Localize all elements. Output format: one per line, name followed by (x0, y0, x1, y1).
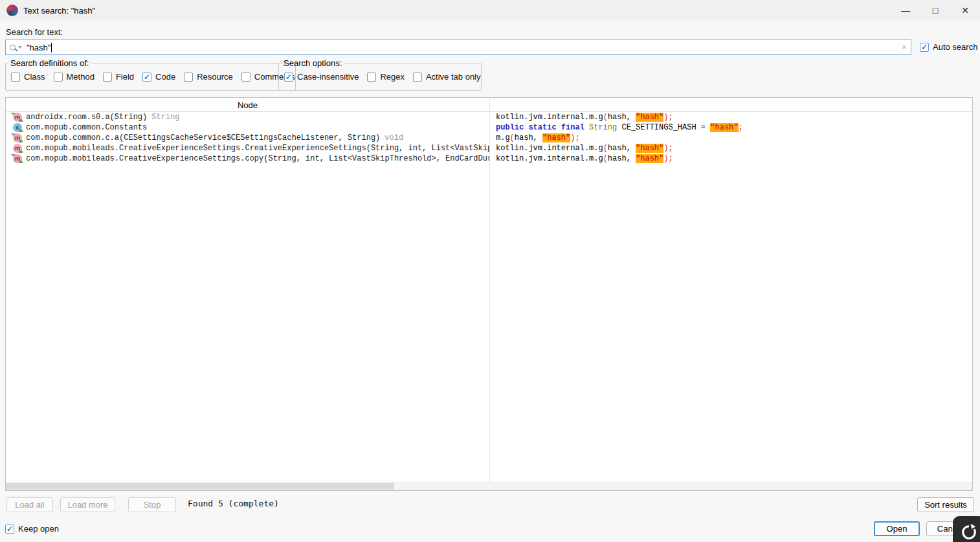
result-row[interactable]: mcom.mopub.common.c.a(CESettingsCacheSer… (6, 133, 972, 143)
checkbox-icon[interactable] (103, 73, 112, 82)
code-preview-cell[interactable]: public static final String CE_SETTINGS_H… (489, 123, 972, 132)
result-row[interactable]: mcom.mopub.mobileads.CreativeExperienceS… (6, 153, 972, 164)
stop-button[interactable]: Stop (128, 497, 176, 512)
auto-search-checkbox[interactable]: Auto search (920, 42, 977, 52)
code-token-plain: kotlin.jvm.internal.m.g (496, 144, 603, 153)
title-bar: Text search: "hash" — □ ✕ (0, 0, 980, 21)
scrollbar-thumb[interactable] (6, 483, 394, 490)
code-preview-cell[interactable]: kotlin.jvm.internal.m.g(hash, "hash"); (489, 144, 972, 153)
search-for-text-label: Search for text: (6, 27, 63, 37)
code-token-plain: hash, (515, 133, 542, 142)
code-token-plain: m.g (496, 133, 510, 142)
search-icon[interactable] (10, 45, 22, 51)
option-checkbox-case-insensitive[interactable]: Case-insensitive (284, 72, 359, 82)
code-token-match: "hash" (636, 113, 663, 122)
code-token-sep: ( (603, 113, 608, 122)
checkbox-icon[interactable] (284, 73, 293, 82)
class-icon: c (13, 123, 22, 132)
node-name: com.mopub.common.Constants (26, 123, 147, 132)
code-token-match: "hash" (636, 154, 663, 163)
checkbox-icon[interactable] (142, 73, 151, 82)
checkbox-icon[interactable] (11, 73, 20, 82)
window-title: Text search: "hash" (23, 6, 95, 16)
code-token-sep: ; (739, 123, 743, 132)
node-cell[interactable]: mcom.mopub.mobileads.CreativeExperienceS… (6, 144, 489, 153)
text-search-dialog: Text search: "hash" — □ ✕ Search for tex… (0, 0, 980, 542)
node-column-header[interactable]: Node (6, 98, 489, 112)
checkbox-icon[interactable] (241, 73, 251, 82)
loading-spinner-overlay (953, 516, 980, 542)
definitions-checkboxes: ClassMethodFieldCodeResourceComments (6, 68, 295, 82)
keep-open-label: Keep open (18, 524, 59, 534)
option-label-regex: Regex (380, 72, 405, 82)
code-token-plain: kotlin.jvm.internal.m.g (496, 113, 603, 122)
load-all-button[interactable]: Load all (6, 497, 53, 512)
code-token-match: "hash" (542, 133, 570, 142)
definition-checkbox-class[interactable]: Class (11, 72, 45, 82)
search-options-legend: Search options: (282, 58, 344, 68)
code-token-sep: ( (510, 133, 515, 142)
code-token-sep: ); (663, 113, 673, 122)
checkbox-icon[interactable] (5, 525, 14, 534)
horizontal-scrollbar[interactable] (6, 482, 972, 490)
search-options-dropdown-icon (18, 46, 22, 49)
code-token-sep: ); (663, 144, 673, 153)
definition-checkbox-field[interactable]: Field (103, 72, 134, 82)
result-row[interactable]: mcom.mopub.mobileads.CreativeExperienceS… (6, 143, 972, 153)
code-preview-cell[interactable]: kotlin.jvm.internal.m.g(hash, "hash"); (489, 154, 972, 163)
maximize-button[interactable]: □ (920, 0, 950, 21)
option-checkbox-active-tab-only[interactable]: Active tab only (413, 72, 481, 82)
checkbox-icon[interactable] (184, 73, 193, 82)
checkbox-icon[interactable] (367, 73, 376, 82)
node-cell[interactable]: mandroidx.room.s0.a(String)String (6, 113, 489, 122)
option-checkbox-regex[interactable]: Regex (367, 72, 405, 82)
clear-search-icon[interactable]: × (902, 42, 907, 52)
option-label-case-insensitive: Case-insensitive (297, 72, 359, 82)
method-icon: m (13, 154, 22, 163)
close-button[interactable]: ✕ (950, 0, 980, 21)
results-rows: mandroidx.room.s0.a(String)Stringkotlin.… (6, 112, 972, 482)
node-name: androidx.room.s0.a(String) (26, 113, 147, 122)
definition-checkbox-resource[interactable]: Resource (184, 72, 233, 82)
keep-open-checkbox[interactable]: Keep open (5, 524, 59, 534)
method-icon: m (13, 113, 22, 122)
minimize-button[interactable]: — (891, 0, 920, 21)
method-icon: m (13, 133, 22, 142)
node-cell[interactable]: ccom.mopub.common.Constants (6, 123, 489, 132)
code-token-plain: kotlin.jvm.internal.m.g (496, 154, 603, 163)
code-preview-cell[interactable]: kotlin.jvm.internal.m.g(hash, "hash"); (489, 113, 972, 122)
definition-label-code: Code (155, 72, 175, 82)
options-checkboxes: Case-insensitiveRegexActive tab only (279, 68, 481, 82)
result-row[interactable]: ccom.mopub.common.Constantspublic static… (6, 122, 972, 133)
checkbox-icon[interactable] (54, 73, 63, 82)
node-name: com.mopub.common.c.a(CESettingsCacheServ… (26, 133, 380, 142)
definition-label-resource: Resource (197, 72, 233, 82)
definition-checkbox-method[interactable]: Method (54, 72, 95, 82)
sort-results-button[interactable]: Sort results (917, 497, 974, 512)
code-token-plain: CE_SETTINGS_HASH = (621, 123, 710, 132)
code-token-sep: ); (663, 154, 673, 163)
found-status: Found 5 (complete) (188, 499, 279, 508)
result-row[interactable]: mandroidx.room.s0.a(String)Stringkotlin.… (6, 112, 972, 122)
window-controls: — □ ✕ (891, 0, 980, 21)
checkbox-icon[interactable] (920, 43, 929, 52)
node-cell[interactable]: mcom.mopub.common.c.a(CESettingsCacheSer… (6, 133, 489, 142)
node-name: com.mopub.mobileads.CreativeExperienceSe… (26, 144, 489, 153)
option-label-active-tab-only: Active tab only (426, 72, 481, 82)
method-icon: m (13, 144, 22, 153)
search-input[interactable]: "hash" × (5, 40, 911, 55)
node-cell[interactable]: mcom.mopub.mobileads.CreativeExperienceS… (6, 154, 489, 163)
definition-checkbox-code[interactable]: Code (142, 72, 175, 82)
code-token-sep: ( (603, 154, 608, 163)
code-preview-cell[interactable]: m.g(hash, "hash"); (489, 133, 972, 142)
open-button[interactable]: Open (874, 521, 920, 536)
definition-label-field: Field (116, 72, 134, 82)
search-definitions-legend: Search definitions of: (8, 58, 91, 68)
code-token-type: String (589, 123, 621, 132)
code-token-sep: ); (570, 133, 579, 142)
return-type: void (384, 133, 403, 142)
definition-label-class: Class (24, 72, 45, 82)
load-more-button[interactable]: Load more (60, 497, 115, 512)
code-token-sep: ( (603, 144, 608, 153)
checkbox-icon[interactable] (413, 73, 422, 82)
